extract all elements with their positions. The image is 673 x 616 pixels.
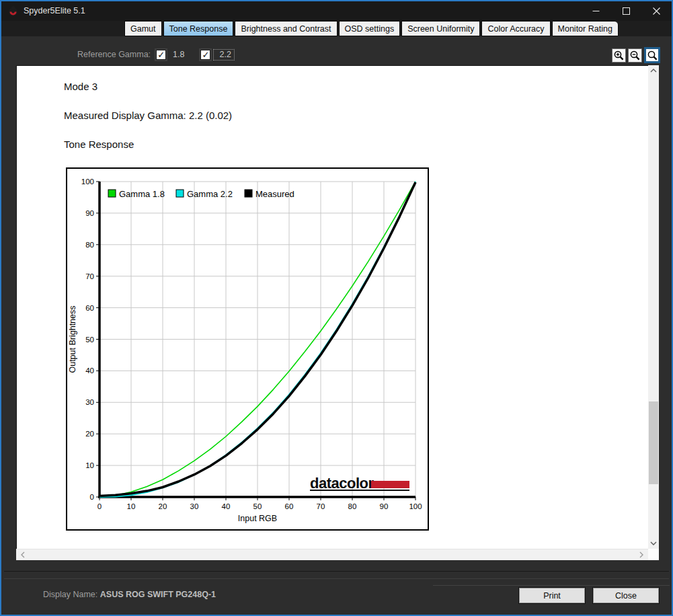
tab-color-accuracy[interactable]: Color Accuracy <box>481 21 550 36</box>
tab-monitor-rating[interactable]: Monitor Rating <box>552 21 619 36</box>
close-dialog-button[interactable]: Close <box>593 588 659 603</box>
tick-label-x: 60 <box>285 502 294 510</box>
legend-item-measured: Measured <box>245 189 294 199</box>
tone-response-chart: 0102030405060708090100010203040506070809… <box>66 167 429 531</box>
mode-heading: Mode 3 <box>64 81 97 92</box>
app-window: Spyder5Elite 5.1 Gamut Tone Response Bri… <box>0 0 673 616</box>
content-panel: Mode 3 Measured Display Gamma: 2.2 (0.02… <box>16 65 648 549</box>
tick-label-y: 100 <box>81 178 94 186</box>
button-panel-divider <box>433 585 670 586</box>
display-name: Display Name: ASUS ROG SWIFT PG248Q-1 <box>43 590 216 599</box>
tick-label-y: 80 <box>85 241 94 249</box>
legend-swatch <box>108 190 116 197</box>
horizontal-scrollbar[interactable] <box>16 549 648 560</box>
y-axis-label: Output Brightness <box>68 305 77 373</box>
tick-label-y: 90 <box>85 209 94 217</box>
vertical-scrollbar-thumb[interactable] <box>649 401 658 484</box>
tick-label-y: 60 <box>85 304 94 312</box>
datacolor-logo-bar <box>371 481 409 488</box>
tab-gamut[interactable]: Gamut <box>124 21 162 36</box>
zoom-out-icon <box>629 50 641 61</box>
tone-response-chart-svg: 0102030405060708090100010203040506070809… <box>66 167 429 531</box>
magnifier-icon <box>647 50 658 61</box>
tick-label-x: 20 <box>159 502 167 510</box>
vertical-scrollbar[interactable] <box>648 65 659 549</box>
legend-swatch <box>245 190 252 197</box>
zoom-in-icon <box>613 50 625 61</box>
zoom-out-button[interactable] <box>628 48 642 63</box>
tab-osd-settings[interactable]: OSD settings <box>339 21 401 36</box>
maximize-button[interactable] <box>611 1 641 21</box>
footer-divider-dark <box>4 571 669 572</box>
datacolor-logo-underline <box>310 490 409 491</box>
legend-label: Gamma 2.2 <box>187 189 233 199</box>
x-axis-label: Input RGB <box>238 514 277 523</box>
tick-label-x: 30 <box>190 502 199 510</box>
print-button[interactable]: Print <box>519 588 585 603</box>
gamma-1.8-checkbox[interactable]: ✓ <box>156 50 166 60</box>
window-title: Spyder5Elite 5.1 <box>24 6 85 15</box>
datacolor-logo-text: datacolor <box>310 475 374 492</box>
tick-label-y: 30 <box>85 398 94 406</box>
tick-label-y: 70 <box>85 272 94 280</box>
gamma-2.2-checkbox[interactable]: ✓ <box>200 50 210 60</box>
zoom-in-button[interactable] <box>612 48 626 63</box>
gamma-1.8-label: 1.8 <box>173 50 184 59</box>
scroll-left-arrow[interactable] <box>17 549 28 560</box>
tick-label-y: 50 <box>85 336 94 344</box>
tab-brightness-and-contrast[interactable]: Brightness and Contrast <box>235 21 337 36</box>
scrollbar-corner <box>648 549 659 560</box>
spyder-app-icon <box>7 5 19 17</box>
legend-swatch <box>176 190 184 197</box>
tick-label-x: 0 <box>97 502 102 510</box>
tick-label-y: 10 <box>85 461 94 469</box>
tick-label-x: 40 <box>222 502 231 510</box>
tab-bar: Gamut Tone Response Brightness and Contr… <box>124 21 619 36</box>
footer-divider-light <box>4 578 669 579</box>
window-controls <box>581 1 672 21</box>
minimize-button[interactable] <box>581 1 611 21</box>
reference-gamma-row: Reference Gamma: ✓ 1.8 ✓ 2.2 <box>77 47 235 62</box>
tick-label-x: 100 <box>409 502 422 510</box>
tick-label-x: 10 <box>127 502 136 510</box>
tick-label-y: 0 <box>90 493 94 501</box>
tab-tone-response[interactable]: Tone Response <box>163 21 234 36</box>
reference-gamma-label: Reference Gamma: <box>77 50 151 59</box>
tick-label-x: 80 <box>348 502 357 510</box>
legend-label: Gamma 1.8 <box>119 189 165 199</box>
title-bar[interactable]: Spyder5Elite 5.1 <box>1 1 672 21</box>
zoom-button-group <box>612 47 660 63</box>
close-button[interactable] <box>641 1 672 21</box>
scroll-up-arrow[interactable] <box>648 65 659 76</box>
scroll-right-arrow[interactable] <box>636 549 647 560</box>
display-name-label: Display Name: <box>43 590 97 599</box>
tone-response-heading: Tone Response <box>64 139 134 150</box>
chart-border <box>67 168 428 530</box>
tick-label-x: 70 <box>317 502 325 510</box>
scroll-down-arrow[interactable] <box>648 538 659 549</box>
measured-gamma-heading: Measured Display Gamma: 2.2 (0.02) <box>64 110 232 121</box>
tick-label-y: 20 <box>85 430 94 438</box>
tick-label-x: 50 <box>253 502 262 510</box>
zoom-reset-button[interactable] <box>644 47 660 63</box>
tick-label-x: 90 <box>380 502 389 510</box>
display-name-value: ASUS ROG SWIFT PG248Q-1 <box>100 590 216 599</box>
tab-screen-uniformity[interactable]: Screen Uniformity <box>401 21 480 36</box>
gamma-2.2-label: 2.2 <box>213 49 234 61</box>
legend-label: Measured <box>255 189 294 199</box>
tick-label-y: 40 <box>85 367 94 375</box>
